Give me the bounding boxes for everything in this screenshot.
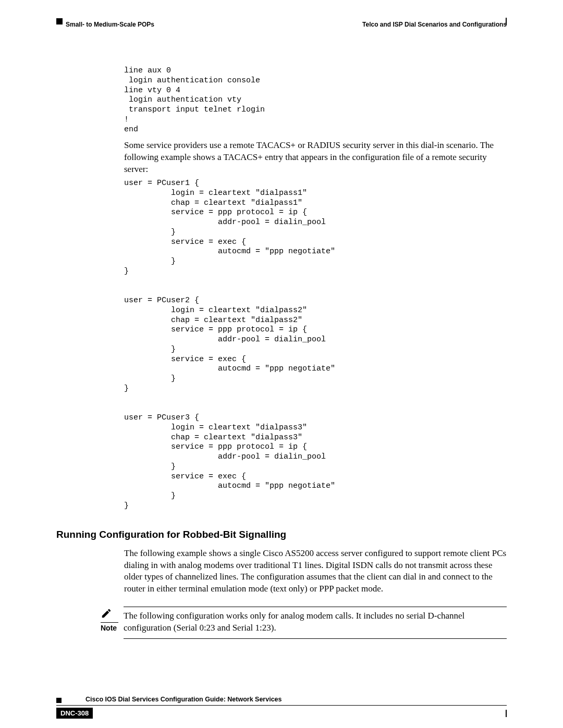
pencil-icon	[101, 607, 124, 621]
tacacs-intro-paragraph: Some service providers use a remote TACA…	[124, 140, 507, 176]
running-header: Small- to Medium-Scale POPs Telco and IS…	[56, 21, 507, 28]
footer-guide-title: Cisco IOS Dial Services Configuration Gu…	[85, 696, 507, 703]
config-code-lines: line aux 0 login authentication console …	[124, 66, 507, 134]
note-text: The following configuration works only f…	[124, 607, 507, 639]
header-right-crop-mark	[506, 18, 507, 25]
page-number: DNC-308	[56, 708, 93, 719]
note-label: Note	[101, 623, 124, 632]
note-block: Note The following configuration works o…	[101, 607, 507, 639]
footer-right-crop-mark	[506, 710, 507, 717]
section-breadcrumb: Small- to Medium-Scale POPs	[56, 21, 154, 28]
tacacs-user-config-code: user = PCuser1 { login = cleartext "dial…	[124, 179, 507, 511]
page-footer: Cisco IOS Dial Services Configuration Gu…	[56, 696, 507, 719]
chapter-title: Telco and ISP Dial Scenarios and Configu…	[362, 21, 507, 28]
section-heading-robbed-bit: Running Configuration for Robbed-Bit Sig…	[56, 529, 507, 540]
robbed-bit-paragraph: The following example shows a single Cis…	[124, 548, 507, 596]
